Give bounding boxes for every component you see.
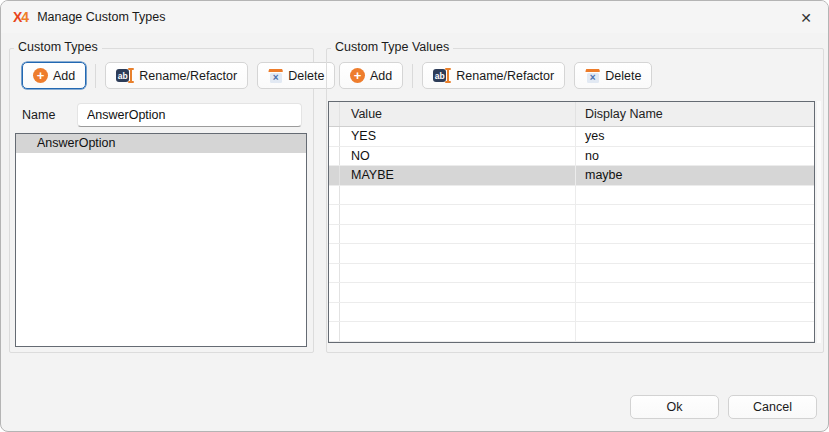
add-custom-type-button[interactable]: + Add [22,62,86,89]
cell-value [340,303,576,322]
cell-display-name [576,225,814,244]
custom-types-list[interactable]: AnswerOption [15,133,307,347]
manage-custom-types-dialog: X4 Manage Custom Types ✕ Custom Types + … [0,0,829,432]
cell-value: NO [340,147,576,166]
title-bar[interactable]: X4 Manage Custom Types ✕ [1,1,828,33]
toolbar-separator [412,64,413,88]
custom-type-values-table[interactable]: ValueDisplay Name YESyesNOnoMAYBEmaybe [328,101,815,343]
row-indicator [329,166,340,185]
row-indicator [329,186,340,205]
row-indicator [329,244,340,263]
table-row[interactable]: MAYBEmaybe [329,166,814,186]
table-row[interactable]: NOno [329,147,814,167]
cell-display-name: maybe [576,166,814,185]
rename-icon: ab [116,68,134,83]
table-row[interactable]: YESyes [329,127,814,147]
row-indicator [329,303,340,322]
ok-button[interactable]: Ok [630,395,719,419]
name-row: Name [22,103,302,127]
rename-value-button-label: Rename/Refactor [456,69,554,83]
table-row-empty[interactable] [329,244,814,264]
table-scroll-strip [817,101,821,343]
logo-digit-4: 4 [21,9,28,25]
delete-button-label: Delete [288,69,324,83]
cell-value [340,244,576,263]
custom-type-values-group: Custom Type Values + Add ab Rename/Refac… [326,48,824,353]
add-button-label: Add [53,69,75,83]
cell-value [340,264,576,283]
cell-display-name: no [576,147,814,166]
custom-types-toolbar: + Add ab Rename/Refactor × Delete [22,62,335,89]
table-row-empty[interactable] [329,205,814,225]
cell-display-name [576,244,814,263]
table-row-empty[interactable] [329,322,814,342]
delete-value-button[interactable]: × Delete [574,62,652,89]
cell-display-name [576,283,814,302]
custom-type-values-group-label: Custom Type Values [331,40,453,54]
cell-display-name [576,186,814,205]
table-row-empty[interactable] [329,264,814,284]
cell-display-name [576,322,814,341]
cell-display-name: yes [576,127,814,146]
name-label: Name [22,108,77,122]
add-value-button-label: Add [370,69,392,83]
cell-value [340,283,576,302]
row-indicator-header [329,102,340,126]
row-indicator [329,205,340,224]
cell-value [340,205,576,224]
table-row-empty[interactable] [329,303,814,323]
cell-value [340,322,576,341]
cell-value [340,225,576,244]
row-indicator [329,127,340,146]
rename-refactor-value-button[interactable]: ab Rename/Refactor [422,62,565,89]
name-input[interactable] [77,103,302,127]
row-indicator [329,342,340,344]
table-header-row: ValueDisplay Name [329,102,814,127]
rename-button-label: Rename/Refactor [139,69,237,83]
table-row-empty[interactable] [329,283,814,303]
cell-display-name [576,342,814,344]
cell-value: YES [340,127,576,146]
table-row-empty[interactable] [329,186,814,206]
list-item[interactable]: AnswerOption [16,134,306,153]
cell-display-name [576,205,814,224]
cell-value [340,186,576,205]
rename-refactor-custom-type-button[interactable]: ab Rename/Refactor [105,62,248,89]
row-indicator [329,283,340,302]
table-row-empty[interactable] [329,225,814,245]
row-indicator [329,147,340,166]
cancel-button[interactable]: Cancel [728,395,817,419]
rename-icon: ab [433,68,451,83]
cell-value [340,342,576,344]
add-value-button[interactable]: + Add [339,62,403,89]
delete-icon: × [585,68,600,83]
row-indicator [329,225,340,244]
column-header-value[interactable]: Value [340,102,576,126]
column-header-display-name[interactable]: Display Name [576,102,814,126]
cell-display-name [576,303,814,322]
close-icon[interactable]: ✕ [796,8,816,28]
table-body: YESyesNOnoMAYBEmaybe [329,127,814,343]
add-icon: + [350,68,365,83]
window-title: Manage Custom Types [37,10,165,24]
toolbar-separator [95,64,96,88]
row-indicator [329,264,340,283]
cell-value: MAYBE [340,166,576,185]
delete-value-button-label: Delete [605,69,641,83]
custom-types-group-label: Custom Types [14,40,102,54]
table-row-empty[interactable] [329,342,814,344]
cell-display-name [576,264,814,283]
delete-custom-type-button[interactable]: × Delete [257,62,335,89]
row-indicator [329,322,340,341]
app-logo-icon: X4 [13,9,28,25]
delete-icon: × [268,68,283,83]
custom-types-group: Custom Types + Add ab Rename/Refactor × … [9,48,314,353]
custom-type-values-toolbar: + Add ab Rename/Refactor × Delete [339,62,652,89]
add-icon: + [33,68,48,83]
